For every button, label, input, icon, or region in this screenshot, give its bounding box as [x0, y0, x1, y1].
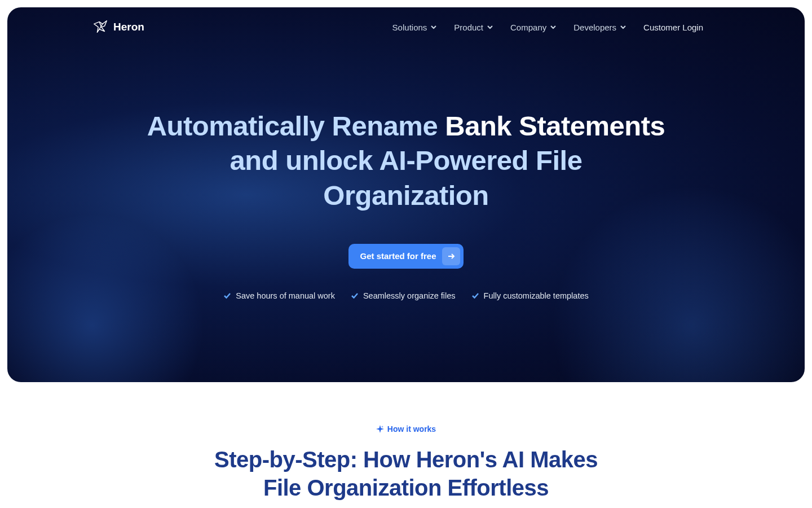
arrow-right-icon [447, 252, 456, 261]
feature-item: Fully customizable templates [471, 291, 589, 300]
customer-login-link[interactable]: Customer Login [643, 23, 703, 32]
title-part1: Automatically Rename [147, 111, 445, 141]
how-it-works-section: How it works Step-by-Step: How Heron's A… [0, 389, 812, 502]
nav-label: Product [454, 23, 483, 32]
section-label: How it works [376, 424, 436, 433]
title-bold: Bank Statements [445, 111, 665, 141]
check-icon [471, 292, 479, 300]
chevron-down-icon [430, 24, 437, 30]
chevron-down-icon [550, 24, 557, 30]
brand-name: Heron [113, 21, 144, 33]
cta-label: Get started for free [360, 251, 436, 261]
title-part2: and unlock AI-Powered File Organization [230, 145, 582, 210]
nav-item-solutions[interactable]: Solutions [392, 23, 438, 32]
section-title: Step-by-Step: How Heron's AI Makes File … [209, 445, 603, 502]
login-label: Customer Login [643, 23, 703, 32]
nav-item-product[interactable]: Product [454, 23, 493, 32]
nav-item-developers[interactable]: Developers [573, 23, 626, 32]
chevron-down-icon [487, 24, 493, 30]
feature-text: Fully customizable templates [484, 291, 589, 300]
get-started-button[interactable]: Get started for free [348, 244, 463, 269]
nav-label: Company [510, 23, 546, 32]
brand-logo[interactable]: Heron [92, 19, 144, 36]
cta-arrow-box [442, 247, 460, 265]
feature-text: Save hours of manual work [236, 291, 335, 300]
section-label-text: How it works [387, 424, 436, 433]
feature-text: Seamlessly organize files [363, 291, 456, 300]
hero-section: Heron Solutions Product Company [7, 7, 805, 382]
main-nav: Heron Solutions Product Company [7, 7, 805, 47]
feature-list: Save hours of manual work Seamlessly org… [7, 291, 805, 300]
nav-menu: Solutions Product Company Developers [392, 23, 703, 32]
chevron-down-icon [620, 24, 626, 30]
nav-label: Developers [573, 23, 616, 32]
hero-content: Automatically Rename Bank Statements and… [7, 47, 805, 300]
check-icon [223, 292, 231, 300]
nav-label: Solutions [392, 23, 427, 32]
heron-bird-icon [92, 19, 109, 36]
hero-title: Automatically Rename Bank Statements and… [147, 109, 665, 213]
nav-item-company[interactable]: Company [510, 23, 557, 32]
feature-item: Save hours of manual work [223, 291, 335, 300]
sparkle-icon [376, 425, 384, 433]
feature-item: Seamlessly organize files [351, 291, 456, 300]
check-icon [351, 292, 359, 300]
